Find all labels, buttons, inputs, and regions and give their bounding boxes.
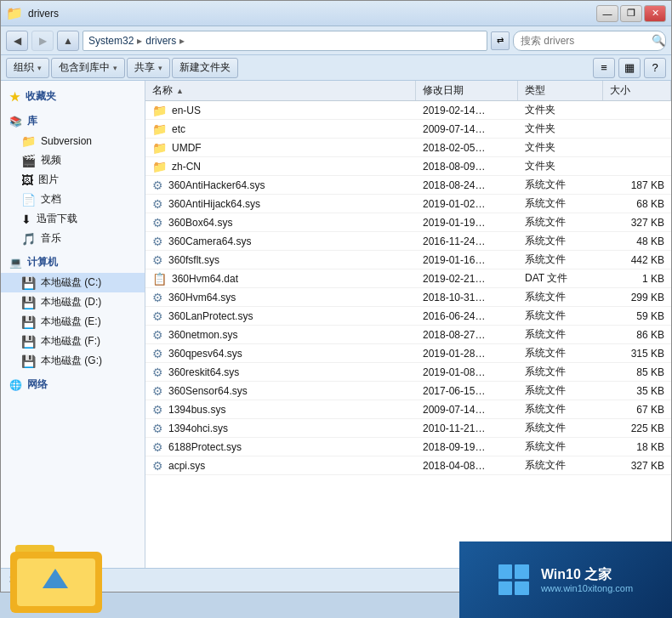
sidebar-item-doc[interactable]: 📄 文档 xyxy=(1,190,145,209)
view-layout-button[interactable]: ≡ xyxy=(593,58,615,78)
help-button[interactable]: ? xyxy=(644,58,666,78)
file-name-text: etc xyxy=(172,123,185,135)
search-icon[interactable]: 🔍 xyxy=(652,34,665,47)
file-name-cell: ⚙ 360fsflt.sys xyxy=(145,253,416,267)
search-box[interactable]: 🔍 xyxy=(513,31,666,51)
sidebar-computer-label: 计算机 xyxy=(27,255,58,269)
toolbar: 组织 ▾ 包含到库中 ▾ 共享 ▾ 新建文件夹 ≡ ▦ ? xyxy=(1,55,671,81)
table-row[interactable]: ⚙ acpi.sys 2018-04-08… 系统文件 327 KB xyxy=(145,456,671,475)
sidebar-item-download[interactable]: ⬇ 迅雷下载 xyxy=(1,209,145,229)
sidebar-item-picture[interactable]: 🖼 图片 xyxy=(1,170,145,190)
restore-button[interactable]: ❐ xyxy=(620,5,642,22)
file-size-cell: 35 KB xyxy=(603,385,671,397)
table-row[interactable]: ⚙ 360LanProtect.sys 2016-06-24… 系统文件 59 … xyxy=(145,307,671,326)
file-size-cell: 67 KB xyxy=(603,404,671,416)
file-name-text: 360Hvm64.sys xyxy=(168,292,236,303)
file-date-cell: 2019-01-19… xyxy=(416,217,518,229)
file-date-cell: 2019-01-16… xyxy=(416,254,518,266)
file-type-cell: 系统文件 xyxy=(518,439,603,454)
up-button[interactable]: ▲ xyxy=(57,31,79,51)
table-row[interactable]: ⚙ 360Box64.sys 2019-01-19… 系统文件 327 KB xyxy=(145,213,671,232)
share-label: 共享 xyxy=(134,60,155,75)
file-type-cell: 系统文件 xyxy=(518,365,603,379)
file-date-cell: 2019-01-02… xyxy=(416,198,518,210)
computer-icon: 💻 xyxy=(9,257,22,269)
toolbar-right: ≡ ▦ ? xyxy=(593,58,666,78)
col-header-size[interactable]: 大小 xyxy=(603,81,671,100)
file-type-icon: 📋 xyxy=(152,272,167,286)
file-name-text: 1394ohci.sys xyxy=(168,422,228,434)
file-list-body[interactable]: 📁 en-US 2019-02-14… 文件夹 📁 etc 2009-07-14… xyxy=(145,101,671,568)
table-row[interactable]: ⚙ 1394bus.sys 2009-07-14… 系统文件 67 KB xyxy=(145,400,671,419)
address-path[interactable]: System32 ▸ drivers ▸ xyxy=(83,31,487,51)
file-type-cell: 系统文件 xyxy=(518,290,603,304)
file-name-text: 360LanProtect.sys xyxy=(168,310,253,322)
table-row[interactable]: ⚙ 6188Protect.sys 2018-09-19… 系统文件 18 KB xyxy=(145,438,671,456)
table-row[interactable]: ⚙ 360reskit64.sys 2019-01-08… 系统文件 85 KB xyxy=(145,363,671,382)
table-row[interactable]: 📁 zh-CN 2018-08-09… 文件夹 xyxy=(145,157,671,176)
sidebar-download-label: 迅雷下载 xyxy=(37,212,77,226)
file-size-cell: 442 KB xyxy=(603,254,671,266)
col-header-date[interactable]: 修改日期 xyxy=(416,81,518,100)
sidebar-item-video[interactable]: 🎬 视频 xyxy=(1,150,145,170)
title-bar-controls: — ❐ ✕ xyxy=(596,5,666,22)
file-size-cell: 187 KB xyxy=(603,179,671,191)
address-refresh-button[interactable]: ⇄ xyxy=(491,31,510,50)
table-row[interactable]: 📋 360Hvm64.dat 2019-02-21… DAT 文件 1 KB xyxy=(145,269,671,288)
minimize-button[interactable]: — xyxy=(596,5,618,22)
col-header-type[interactable]: 类型 xyxy=(518,81,603,100)
table-row[interactable]: 📁 en-US 2019-02-14… 文件夹 xyxy=(145,101,671,120)
include-library-button[interactable]: 包含到库中 ▾ xyxy=(51,58,125,78)
video-icon: 🎬 xyxy=(21,154,36,167)
table-row[interactable]: ⚙ 360fsflt.sys 2019-01-16… 系统文件 442 KB xyxy=(145,251,671,269)
organize-button[interactable]: 组织 ▾ xyxy=(6,58,49,78)
title-bar: 📁 drivers — ❐ ✕ xyxy=(1,1,671,26)
table-row[interactable]: ⚙ 1394ohci.sys 2010-11-21… 系统文件 225 KB xyxy=(145,419,671,438)
file-type-cell: 系统文件 xyxy=(518,215,603,230)
bottom-bar: Win10 之家 www.win10xitong.com xyxy=(0,592,672,618)
path-separator-2: ▸ xyxy=(179,35,185,47)
table-row[interactable]: ⚙ 360Hvm64.sys 2018-10-31… 系统文件 299 KB xyxy=(145,288,671,307)
drive-d-icon: 💾 xyxy=(21,296,36,309)
sidebar-computer-header[interactable]: 💻 计算机 xyxy=(1,252,145,273)
sidebar-favorites-header[interactable]: ★ 收藏夹 xyxy=(1,86,145,107)
sidebar-item-subversion[interactable]: 📁 Subversion xyxy=(1,132,145,150)
table-row[interactable]: ⚙ 360AntiHacker64.sys 2018-08-24… 系统文件 1… xyxy=(145,176,671,195)
sidebar-item-drive-c[interactable]: 💾 本地磁盘 (C:) xyxy=(1,273,145,292)
sidebar-item-drive-d[interactable]: 💾 本地磁盘 (D:) xyxy=(1,292,145,312)
file-name-cell: ⚙ 360LanProtect.sys xyxy=(145,309,416,323)
forward-button[interactable]: ▶ xyxy=(31,31,54,51)
sidebar-item-drive-g[interactable]: 💾 本地磁盘 (G:) xyxy=(1,351,145,371)
file-size-cell: 1 KB xyxy=(603,273,671,285)
table-row[interactable]: 📁 etc 2009-07-14… 文件夹 xyxy=(145,120,671,139)
table-row[interactable]: 📁 UMDF 2018-02-05… 文件夹 xyxy=(145,139,671,157)
file-type-cell: 系统文件 xyxy=(518,383,603,398)
back-button[interactable]: ◀ xyxy=(6,31,28,51)
file-type-icon: ⚙ xyxy=(152,459,163,473)
table-row[interactable]: ⚙ 360qpesv64.sys 2019-01-28… 系统文件 315 KB xyxy=(145,344,671,363)
search-input[interactable] xyxy=(521,35,648,47)
table-row[interactable]: ⚙ 360Sensor64.sys 2017-06-15… 系统文件 35 KB xyxy=(145,382,671,400)
table-row[interactable]: ⚙ 360netmon.sys 2018-08-27… 系统文件 86 KB xyxy=(145,326,671,344)
close-button[interactable]: ✕ xyxy=(644,5,666,22)
sidebar-network-header[interactable]: 🌐 网络 xyxy=(1,374,145,395)
table-row[interactable]: ⚙ 360AntiHijack64.sys 2019-01-02… 系统文件 6… xyxy=(145,195,671,213)
table-row[interactable]: ⚙ 360Camera64.sys 2016-11-24… 系统文件 48 KB xyxy=(145,232,671,251)
file-date-cell: 2019-02-21… xyxy=(416,273,518,285)
file-name-cell: 📁 zh-CN xyxy=(145,160,416,173)
share-button[interactable]: 共享 ▾ xyxy=(127,58,170,78)
view-grid-button[interactable]: ▦ xyxy=(618,58,641,78)
sidebar-item-music[interactable]: 🎵 音乐 xyxy=(1,229,145,248)
sidebar-library-header[interactable]: 📚 库 xyxy=(1,111,145,132)
sidebar: ★ 收藏夹 📚 库 📁 Subversion 🎬 视频 🖼 xyxy=(1,81,145,568)
sidebar-item-drive-e[interactable]: 💾 本地磁盘 (E:) xyxy=(1,312,145,332)
file-name-cell: ⚙ 6188Protect.sys xyxy=(145,440,416,454)
file-type-icon: 📁 xyxy=(152,122,167,136)
col-header-name[interactable]: 名称 ▲ xyxy=(145,81,416,100)
file-type-icon: ⚙ xyxy=(152,179,163,192)
new-folder-button[interactable]: 新建文件夹 xyxy=(172,58,238,78)
file-name-cell: 📋 360Hvm64.dat xyxy=(145,272,416,286)
file-type-icon: ⚙ xyxy=(152,309,163,323)
file-name-text: 360reskit64.sys xyxy=(168,366,239,378)
sidebar-item-drive-f[interactable]: 💾 本地磁盘 (F:) xyxy=(1,332,145,351)
